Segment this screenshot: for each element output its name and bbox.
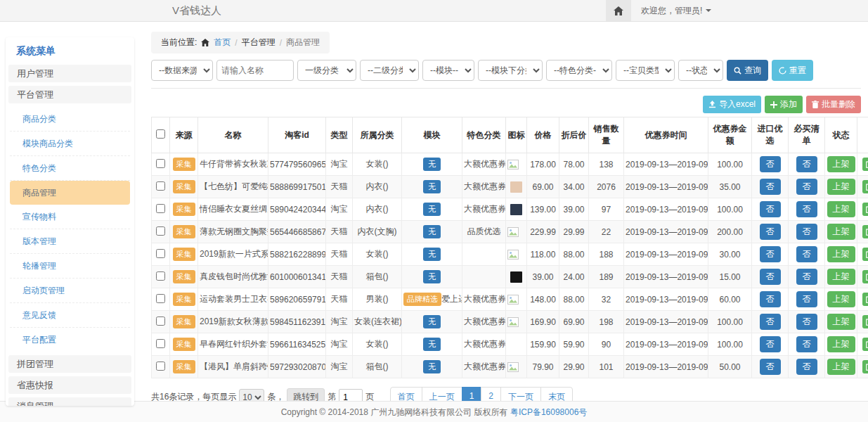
import-flag-button[interactable]: 否 — [760, 156, 781, 172]
icon-cell — [506, 243, 527, 266]
icp-link[interactable]: 粤ICP备16098006号 — [510, 407, 587, 417]
sidebar-subitem-启动页管理[interactable]: 启动页管理 — [10, 279, 130, 303]
breadcrumb-home-link[interactable]: 首页 — [214, 37, 231, 49]
home-button[interactable] — [606, 0, 631, 21]
sidebar-subitem-意见反馈[interactable]: 意见反馈 — [10, 303, 130, 328]
sidebar-item-拼团管理[interactable]: 拼团管理 — [8, 355, 131, 373]
filter-select-data-source[interactable]: --数据来源-- — [151, 60, 213, 81]
sidebar-item-用户管理[interactable]: 用户管理 — [8, 65, 131, 82]
status-button[interactable]: 上架 — [827, 269, 855, 285]
must-buy-flag-button[interactable]: 否 — [796, 359, 817, 375]
source-badge: 采集 — [173, 203, 195, 216]
edit-button[interactable] — [862, 225, 868, 238]
sidebar-subitem-宣传物料[interactable]: 宣传物料 — [10, 205, 130, 229]
product-name: 【港风】单肩斜跨链条... — [198, 356, 268, 378]
filter-select-item-type[interactable]: --宝贝类型-- — [616, 60, 675, 81]
status-button[interactable]: 上架 — [827, 179, 855, 195]
import-flag-cell: 否 — [752, 266, 789, 288]
edit-button[interactable] — [862, 180, 868, 193]
discount-price: 29.99 — [559, 221, 589, 243]
sidebar-subitem-平台配置[interactable]: 平台配置 — [10, 328, 130, 352]
import-flag-button[interactable]: 否 — [760, 359, 781, 375]
import-flag-button[interactable]: 否 — [760, 269, 781, 285]
search-button[interactable]: 查询 — [727, 60, 768, 81]
import-flag-button[interactable]: 否 — [760, 291, 781, 307]
breadcrumb-prefix: 当前位置: — [161, 37, 197, 49]
import-flag-button[interactable]: 否 — [760, 246, 781, 262]
edit-button[interactable] — [862, 248, 868, 261]
edit-button[interactable] — [862, 315, 868, 328]
reset-button[interactable]: 重置 — [772, 60, 813, 81]
filter-select-status[interactable]: --状态-- — [678, 60, 723, 81]
icon-cell — [506, 333, 527, 356]
row-checkbox[interactable] — [156, 249, 165, 258]
status-button[interactable]: 上架 — [827, 201, 855, 217]
name-search-input[interactable] — [216, 60, 294, 81]
row-checkbox[interactable] — [156, 294, 165, 303]
status-button[interactable]: 上架 — [827, 291, 855, 307]
sidebar-subitem-模块商品分类[interactable]: 模块商品分类 — [10, 132, 130, 156]
select-all-checkbox[interactable] — [156, 129, 165, 139]
sidebar-subitem-版本管理[interactable]: 版本管理 — [10, 229, 130, 254]
row-checkbox[interactable] — [156, 362, 165, 371]
sidebar-item-消息管理[interactable]: 消息管理 — [8, 397, 131, 406]
must-buy-flag-button[interactable]: 否 — [796, 246, 817, 262]
must-buy-flag-button[interactable]: 否 — [796, 291, 817, 307]
icon-cell — [506, 221, 527, 243]
row-checkbox[interactable] — [156, 181, 165, 191]
coupon-time: 2019-09-13—2019-09-20 — [624, 198, 708, 221]
must-buy-flag-button[interactable]: 否 — [796, 179, 817, 195]
import-flag-button[interactable]: 否 — [760, 314, 781, 330]
filter-select-module-sub[interactable]: --模块下分类-- — [478, 60, 543, 81]
edit-button[interactable] — [862, 293, 868, 306]
edit-button[interactable] — [862, 203, 868, 216]
row-checkbox[interactable] — [156, 271, 165, 281]
status-button[interactable]: 上架 — [827, 336, 855, 352]
status-button[interactable]: 上架 — [827, 314, 855, 330]
row-checkbox[interactable] — [156, 226, 165, 236]
status-button[interactable]: 上架 — [827, 359, 855, 375]
must-buy-flag-button[interactable]: 否 — [796, 201, 817, 217]
import-flag-button[interactable]: 否 — [760, 224, 781, 240]
edit-button[interactable] — [862, 338, 868, 351]
sidebar-item-平台管理[interactable]: 平台管理 — [8, 86, 131, 103]
must-buy-flag-button[interactable]: 否 — [796, 269, 817, 285]
edit-button[interactable] — [862, 270, 868, 283]
row-checkbox[interactable] — [156, 159, 165, 168]
row-checkbox[interactable] — [156, 204, 165, 213]
row-checkbox[interactable] — [156, 339, 165, 348]
sidebar-subitem-轮播管理[interactable]: 轮播管理 — [10, 254, 130, 279]
broken-image-icon — [507, 362, 519, 372]
batch-delete-button[interactable]: 批量删除 — [806, 96, 861, 113]
must-buy-flag-button[interactable]: 否 — [796, 336, 817, 352]
import-flag-button[interactable]: 否 — [760, 336, 781, 352]
filter-select-module[interactable]: --模块-- — [422, 60, 474, 81]
edit-button[interactable] — [862, 158, 868, 171]
sidebar-item-省惠快报[interactable]: 省惠快报 — [8, 376, 131, 394]
import-excel-button[interactable]: 导入excel — [703, 96, 761, 113]
import-flag-button[interactable]: 否 — [760, 179, 781, 195]
breadcrumb-item[interactable]: 平台管理 — [242, 37, 276, 49]
must-buy-flag-button[interactable]: 否 — [796, 224, 817, 240]
must-buy-flag-button[interactable]: 否 — [796, 314, 817, 330]
sidebar-subitem-特色分类[interactable]: 特色分类 — [10, 156, 130, 181]
sidebar-subitem-商品分类[interactable]: 商品分类 — [10, 107, 130, 132]
user-menu[interactable]: 欢迎您，管理员! — [631, 0, 721, 21]
filter-select-category-l1[interactable]: 一级分类 — [297, 60, 356, 81]
status-button[interactable]: 上架 — [827, 156, 855, 172]
status-button[interactable]: 上架 — [827, 246, 855, 262]
price: 79.90 — [527, 356, 559, 378]
status-button[interactable]: 上架 — [827, 224, 855, 240]
import-flag-button[interactable]: 否 — [760, 201, 781, 217]
add-button[interactable]: 添加 — [765, 96, 803, 113]
price: 39.00 — [527, 266, 559, 288]
edit-button[interactable] — [862, 360, 868, 373]
product-type: 天猫 — [326, 266, 353, 288]
filter-select-feature-category[interactable]: --特色分类-- — [546, 60, 612, 81]
must-buy-flag-button[interactable]: 否 — [796, 156, 817, 172]
row-checkbox[interactable] — [156, 316, 165, 326]
sidebar-subitem-商品管理[interactable]: 商品管理 — [10, 181, 130, 205]
feature-category: 大额优惠券 — [462, 311, 506, 333]
filter-select-category-l2[interactable]: --二级分类-- — [360, 60, 419, 81]
discount-price: 34.00 — [559, 176, 589, 198]
